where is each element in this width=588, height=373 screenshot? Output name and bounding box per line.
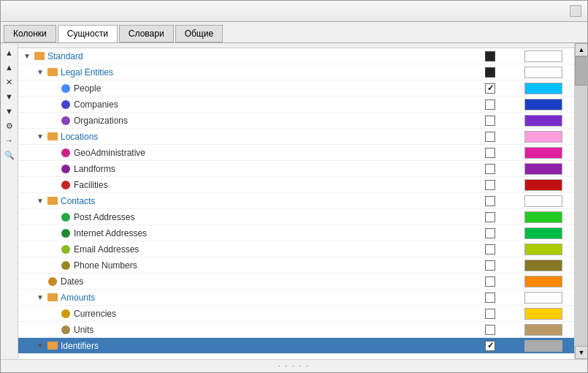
expand-standard[interactable]: ▼	[21, 52, 33, 60]
checkbox-locations[interactable]	[485, 132, 495, 142]
checkbox-identifiers[interactable]	[485, 341, 495, 351]
expand-locations[interactable]: ▼	[34, 132, 46, 140]
tree-row-amounts[interactable]: ▼Amounts	[18, 290, 574, 306]
color-cell-amounts	[516, 292, 574, 304]
checkbox-internet-addresses[interactable]	[485, 228, 495, 238]
checkbox-units[interactable]	[485, 325, 495, 335]
toolbar-btn-1[interactable]: ▲	[3, 61, 16, 74]
tree-row-contacts[interactable]: ▼Contacts	[18, 193, 574, 209]
toolbar-btn-0[interactable]: ▲	[3, 46, 16, 59]
expand-legal-entities[interactable]: ▼	[34, 68, 46, 76]
main-window: КолонкиСущностиСловариОбщие ▲▲✕▼▼⚙→🔍 ▼St…	[0, 0, 588, 373]
scroll-thumb[interactable]	[575, 56, 587, 86]
tree-row-dates[interactable]: Dates	[18, 274, 574, 290]
color-box-dates[interactable]	[524, 276, 562, 287]
color-box-empty-legal-entities[interactable]	[524, 67, 562, 78]
color-cell-locations	[516, 131, 574, 143]
bullet-icon-organizations	[61, 116, 70, 125]
tree-row-currencies[interactable]: Currencies	[18, 306, 574, 322]
bullet-icon-internet-addresses	[61, 229, 70, 238]
color-box-companies[interactable]	[524, 99, 562, 110]
row-label-contacts: Contacts	[61, 196, 465, 206]
tree-row-units[interactable]: Units	[18, 322, 574, 338]
tab-колонки[interactable]: Колонки	[4, 25, 56, 42]
close-button[interactable]	[570, 5, 581, 17]
checkbox-contacts[interactable]	[485, 196, 495, 206]
checkbox-landforms[interactable]	[485, 164, 495, 174]
toolbar-btn-2[interactable]: ✕	[3, 75, 16, 88]
folder-icon-identifiers	[47, 342, 58, 350]
expand-contacts[interactable]: ▼	[34, 197, 46, 205]
tree-row-facilities[interactable]: Facilities	[18, 177, 574, 193]
checkbox-phone-numbers[interactable]	[485, 260, 495, 271]
color-box-geo-admin[interactable]	[524, 147, 562, 159]
checkbox-organizations[interactable]	[485, 116, 495, 126]
tree-row-organizations[interactable]: Organizations	[18, 113, 574, 129]
color-box-empty-contacts[interactable]	[524, 195, 562, 207]
expand-identifiers[interactable]: ▼	[34, 342, 46, 350]
checkbox-standard[interactable]	[485, 51, 495, 61]
toolbar-btn-6[interactable]: →	[3, 134, 16, 147]
color-cell-companies	[516, 99, 574, 110]
tree-row-standard[interactable]: ▼Standard	[18, 48, 574, 64]
checkbox-legal-entities[interactable]	[485, 67, 495, 78]
tree-row-people[interactable]: People	[18, 80, 574, 97]
color-box-currencies[interactable]	[524, 308, 562, 320]
tree-row-landforms[interactable]: Landforms	[18, 161, 574, 177]
color-box-identifiers[interactable]	[524, 340, 562, 352]
check-cell-standard	[465, 51, 516, 61]
color-box-internet-addresses[interactable]	[524, 227, 562, 239]
toolbar-btn-7[interactable]: 🔍	[3, 148, 16, 162]
tree-row-geo-admin[interactable]: GeoAdministrative	[18, 145, 574, 161]
color-box-organizations[interactable]	[524, 115, 562, 127]
checkbox-email-addresses[interactable]	[485, 244, 495, 255]
color-box-email-addresses[interactable]	[524, 244, 562, 255]
color-box-facilities[interactable]	[524, 179, 562, 191]
color-box-units[interactable]	[524, 324, 562, 336]
tree-row-post-addresses[interactable]: Post Addresses	[18, 209, 574, 225]
scroll-down-button[interactable]: ▼	[575, 346, 587, 359]
color-box-people[interactable]	[524, 83, 562, 94]
check-cell-companies	[465, 99, 516, 110]
toolbar-btn-5[interactable]: ⚙	[3, 119, 16, 132]
color-box-landforms[interactable]	[524, 163, 562, 175]
color-box-locations[interactable]	[524, 131, 562, 143]
color-box-post-addresses[interactable]	[524, 211, 562, 223]
scroll-up-button[interactable]: ▲	[575, 43, 587, 56]
row-label-email-addresses: Email Addresses	[74, 244, 465, 255]
tree-row-legal-entities[interactable]: ▼Legal Entities	[18, 64, 574, 80]
tree-area[interactable]: ▼Standard▼Legal EntitiesPeopleCompaniesO…	[18, 48, 574, 359]
tree-row-internet-addresses[interactable]: Internet Addresses	[18, 225, 574, 241]
scroll-track[interactable]	[575, 56, 587, 346]
check-cell-phone-numbers	[465, 260, 516, 271]
tree-row-companies[interactable]: Companies	[18, 97, 574, 113]
expand-amounts[interactable]: ▼	[34, 293, 46, 301]
main-panel: ▼Standard▼Legal EntitiesPeopleCompaniesO…	[18, 43, 574, 359]
tree-row-locations[interactable]: ▼Locations	[18, 129, 574, 145]
toolbar-btn-3[interactable]: ▼	[3, 90, 16, 103]
color-box-empty-amounts[interactable]	[524, 292, 562, 304]
checkbox-currencies[interactable]	[485, 309, 495, 319]
toolbar-btn-4[interactable]: ▼	[3, 105, 16, 118]
checkbox-amounts[interactable]	[485, 293, 495, 303]
bullet-icon-units	[61, 325, 70, 334]
tab-общие[interactable]: Общие	[175, 25, 223, 42]
check-cell-organizations	[465, 116, 516, 126]
color-cell-facilities	[516, 179, 574, 191]
checkbox-companies[interactable]	[485, 99, 495, 110]
tree-row-email-addresses[interactable]: Email Addresses	[18, 241, 574, 257]
bullet-icon-landforms	[61, 165, 70, 173]
color-cell-units	[516, 324, 574, 336]
checkbox-facilities[interactable]	[485, 180, 495, 190]
color-box-empty-standard[interactable]	[524, 50, 562, 62]
checkbox-people[interactable]	[485, 83, 495, 94]
checkbox-geo-admin[interactable]	[485, 148, 495, 158]
checkbox-dates[interactable]	[485, 276, 495, 287]
color-box-phone-numbers[interactable]	[524, 260, 562, 271]
checkbox-post-addresses[interactable]	[485, 212, 495, 222]
tree-row-phone-numbers[interactable]: Phone Numbers	[18, 257, 574, 274]
tree-row-identifiers[interactable]: ▼Identifiers	[18, 338, 574, 354]
tab-сущности[interactable]: Сущности	[58, 25, 118, 42]
bullet-icon-dates	[48, 277, 57, 286]
tab-словари[interactable]: Словари	[119, 25, 174, 42]
